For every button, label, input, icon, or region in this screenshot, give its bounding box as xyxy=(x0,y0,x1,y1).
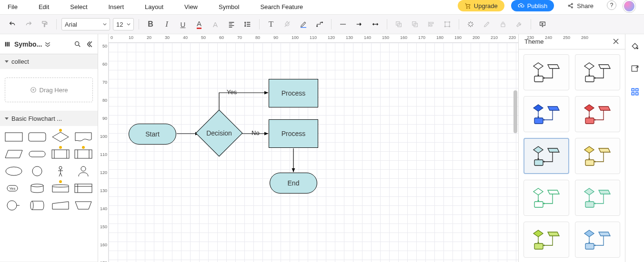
theme-swatch-0[interactable] xyxy=(523,54,569,90)
menu-view[interactable]: View xyxy=(174,0,208,14)
theme-swatch-4[interactable] xyxy=(523,138,569,174)
shape-card[interactable] xyxy=(50,181,70,195)
shape-manual-input[interactable] xyxy=(50,198,70,213)
collapse-icon[interactable] xyxy=(87,41,94,48)
shape-document[interactable] xyxy=(73,130,93,144)
theme-swatch-7[interactable] xyxy=(575,180,621,216)
collect-section-header[interactable]: collect xyxy=(0,54,98,69)
bring-front-button[interactable] xyxy=(392,18,405,31)
node-start[interactable]: Start xyxy=(129,124,176,145)
arrow-style-button[interactable] xyxy=(369,18,382,31)
close-icon[interactable] xyxy=(613,38,619,45)
lock-button[interactable] xyxy=(496,18,510,31)
menu-file[interactable]: File xyxy=(0,0,28,14)
menu-insert[interactable]: Insert xyxy=(98,0,135,14)
canvas-scrollbar[interactable] xyxy=(513,90,517,133)
hruler-tick: 10 xyxy=(129,35,133,40)
publish-button[interactable]: Publish xyxy=(511,0,554,11)
group-icon xyxy=(443,20,451,29)
line-dash-button[interactable] xyxy=(352,18,366,31)
double-chevron-down-icon[interactable] xyxy=(45,41,50,47)
node-process-2[interactable]: Process xyxy=(269,119,318,148)
line-spacing-button[interactable] xyxy=(241,18,254,31)
avatar[interactable] xyxy=(623,0,635,12)
search-icon[interactable] xyxy=(74,40,81,48)
export-button[interactable] xyxy=(630,64,640,74)
shape-internal-storage[interactable] xyxy=(73,147,93,161)
menu-select[interactable]: Select xyxy=(60,0,98,14)
theme-swatch-1[interactable] xyxy=(575,54,621,90)
menu-layout[interactable]: Layout xyxy=(134,0,174,14)
line-weight-button[interactable] xyxy=(336,18,350,31)
tools-button[interactable] xyxy=(513,18,526,31)
share-icon xyxy=(567,2,574,9)
fill-bucket-button[interactable] xyxy=(630,41,640,51)
shape-circle[interactable] xyxy=(27,164,47,178)
theme-swatch-6[interactable] xyxy=(523,180,569,216)
highlight-button[interactable]: A xyxy=(209,18,222,31)
shape-predefined[interactable] xyxy=(50,147,70,161)
shape-parallelogram[interactable] xyxy=(4,147,24,161)
menu-symbol[interactable]: Symbol xyxy=(208,0,250,14)
theme-swatch-8[interactable] xyxy=(523,222,569,258)
bold-button[interactable]: B xyxy=(144,18,157,31)
node-process-1[interactable]: Process xyxy=(269,79,318,107)
line-color-button[interactable] xyxy=(297,18,310,31)
align-button[interactable] xyxy=(225,18,238,31)
canvas[interactable]: Start Decision Process Process End Yes N… xyxy=(109,43,518,262)
theme-swatch-5[interactable] xyxy=(575,138,621,174)
undo-button[interactable] xyxy=(6,18,19,31)
drag-here-zone[interactable]: Drag Here xyxy=(5,78,93,102)
theme-swatch-2[interactable] xyxy=(523,96,569,132)
italic-button[interactable]: I xyxy=(160,18,173,31)
shape-manual-op[interactable] xyxy=(73,198,93,213)
shape-user[interactable] xyxy=(73,164,93,178)
connector-style-button[interactable] xyxy=(313,18,326,31)
group-button[interactable] xyxy=(441,18,454,31)
align-objects-icon xyxy=(427,20,435,29)
shape-annotation[interactable]: Yes xyxy=(4,181,24,195)
effects-button[interactable] xyxy=(464,18,477,31)
shape-database[interactable] xyxy=(27,181,47,195)
svg-rect-59 xyxy=(585,202,594,207)
basic-flowchart-label: Basic Flowchart ... xyxy=(11,115,62,122)
menu-search-feature[interactable]: Search Feature xyxy=(250,0,313,14)
theme-swatch-9[interactable] xyxy=(575,222,621,258)
font-size-combo[interactable]: 12 xyxy=(113,18,134,30)
shape-cylinder-side[interactable] xyxy=(27,198,47,213)
font-family-combo[interactable]: Arial xyxy=(61,18,110,30)
apps-button[interactable] xyxy=(630,87,640,97)
shape-terminator[interactable] xyxy=(27,147,47,161)
grid-icon xyxy=(630,87,640,97)
menu-edit[interactable]: Edit xyxy=(28,0,60,14)
edit-lock-button[interactable] xyxy=(480,18,493,31)
node-end[interactable]: End xyxy=(270,173,317,194)
svg-rect-30 xyxy=(29,151,45,157)
shape-diamond[interactable] xyxy=(50,130,70,144)
basic-flowchart-section-header[interactable]: Basic Flowchart ... xyxy=(0,111,98,126)
menubar: File Edit Select Insert Layout View Symb… xyxy=(0,0,313,14)
vruler-tick: 150 xyxy=(99,224,107,229)
theme-swatch-3[interactable] xyxy=(575,96,621,132)
font-size-value: 12 xyxy=(116,21,123,28)
shape-connector-circle[interactable] xyxy=(4,198,24,213)
shape-rounded-rect[interactable] xyxy=(27,130,47,144)
shape-rectangle[interactable] xyxy=(4,130,24,144)
shape-ellipse[interactable] xyxy=(4,164,24,178)
text-tool-button[interactable]: T xyxy=(264,18,278,31)
share-button[interactable]: Share xyxy=(561,0,600,11)
redo-button[interactable] xyxy=(22,18,35,31)
send-back-button[interactable] xyxy=(408,18,422,31)
font-color-button[interactable]: A xyxy=(192,18,206,31)
presentation-button[interactable] xyxy=(536,18,549,31)
node-decision[interactable]: Decision xyxy=(199,119,239,147)
align-objects-button[interactable] xyxy=(424,18,438,31)
format-painter-button[interactable] xyxy=(38,18,51,31)
shape-actor[interactable] xyxy=(50,164,70,178)
underline-button[interactable]: U xyxy=(176,18,190,31)
svg-rect-63 xyxy=(632,88,634,91)
shape-subprocess[interactable] xyxy=(73,181,93,195)
help-button[interactable]: ? xyxy=(607,0,616,10)
upgrade-button[interactable]: Upgrade xyxy=(458,0,504,11)
no-fill-button[interactable] xyxy=(281,18,294,31)
